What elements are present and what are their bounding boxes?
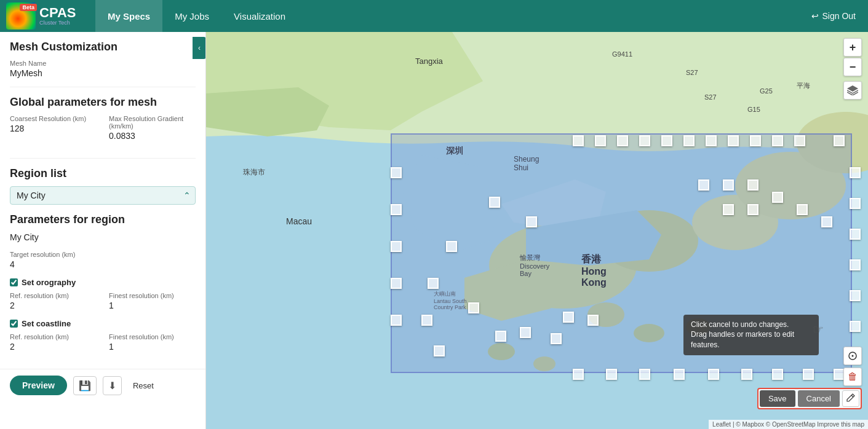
marker-right-4[interactable] <box>850 259 861 270</box>
marker-right-2[interactable] <box>850 198 861 209</box>
save-icon-button[interactable]: 💾 <box>73 376 97 395</box>
orography-checkbox[interactable] <box>10 278 18 286</box>
cancel-button[interactable]: Cancel <box>798 390 840 407</box>
marker-bottom-1[interactable] <box>573 369 584 380</box>
marker-9[interactable] <box>750 135 761 146</box>
marker-mid-12[interactable] <box>587 315 599 326</box>
marker-7[interactable] <box>706 135 717 146</box>
zoom-in-button[interactable]: + <box>843 38 862 57</box>
coast-ref-res-label: Ref. resolution (km) <box>10 333 97 340</box>
signout-button[interactable]: ↩ Sign Out <box>799 11 868 21</box>
max-res-grad-col: Max Resolution Gradient (km/km) 0.0833 <box>109 115 196 149</box>
marker-left-5[interactable] <box>391 315 402 326</box>
download-button[interactable]: ⬇ <box>103 376 122 395</box>
marker-left-4[interactable] <box>391 278 402 289</box>
map-container[interactable]: Tangxia 深圳 SheungShui Macau 珠海市 愉景灣Disco… <box>206 32 868 429</box>
region-select-wrapper: My City ⌃ <box>10 186 196 205</box>
map-controls: + − <box>843 38 862 100</box>
marker-right-3[interactable] <box>850 229 861 240</box>
layers-button[interactable] <box>843 81 862 100</box>
params-region-section: Parameters for region My City Target res… <box>10 213 196 360</box>
marker-ne-2[interactable] <box>723 179 734 191</box>
marker-right-1[interactable] <box>850 167 861 178</box>
marker-mid-4[interactable] <box>428 278 439 289</box>
marker-12[interactable] <box>834 135 845 146</box>
logo-image: Beta <box>6 2 36 30</box>
marker-right-6[interactable] <box>850 321 861 332</box>
orography-label: Set orography <box>22 278 76 287</box>
marker-bottom-4[interactable] <box>674 369 685 380</box>
global-params-title: Global parameters for mesh <box>10 96 196 109</box>
marker-bottom-7[interactable] <box>772 369 783 380</box>
marker-ne-6[interactable] <box>821 216 832 227</box>
marker-ne-8[interactable] <box>747 204 759 215</box>
mesh-customization-section: Mesh Customization Mesh Name MyMesh <box>10 41 196 78</box>
nav-visualization[interactable]: Visualization <box>221 0 298 32</box>
marker-mid-11[interactable] <box>563 312 574 323</box>
marker-6[interactable] <box>683 135 695 146</box>
marker-mid-3[interactable] <box>446 241 457 252</box>
map-attribution: Leaflet | © Mapbox © OpenStreetMap Impro… <box>709 420 868 429</box>
marker-bottom-3[interactable] <box>639 369 650 380</box>
marker-mid-2[interactable] <box>526 216 537 227</box>
cursor-icon: ☞ <box>813 322 824 337</box>
header: Beta CPAS Cluster Tech My Specs My Jobs … <box>0 0 868 32</box>
coast-ref-res-col: Ref. resolution (km) 2 <box>10 333 97 360</box>
marker-bottom-2[interactable] <box>606 369 617 380</box>
marker-right-5[interactable] <box>850 290 861 301</box>
coastline-checkbox[interactable] <box>10 320 18 328</box>
marker-left-1[interactable] <box>391 167 402 178</box>
reset-button[interactable]: Reset <box>128 378 159 393</box>
marker-mid-6[interactable] <box>434 345 445 356</box>
marker-ne-5[interactable] <box>797 204 808 215</box>
marker-mid-8[interactable] <box>495 331 506 342</box>
marker-bottom-6[interactable] <box>741 369 752 380</box>
sidebar-content: Mesh Customization Mesh Name MyMesh Glob… <box>0 32 205 369</box>
beta-badge: Beta <box>20 4 37 11</box>
target-res-value: 4 <box>10 259 196 269</box>
marker-3[interactable] <box>617 135 628 146</box>
marker-mid-9[interactable] <box>520 327 531 338</box>
marker-mid-7[interactable] <box>468 302 479 313</box>
marker-bottom-8[interactable] <box>803 369 814 380</box>
coarsest-res-label: Coarsest Resolution (km) <box>10 115 97 122</box>
marker-left-3[interactable] <box>391 241 402 252</box>
app-subtitle: Cluster Tech <box>39 20 76 26</box>
sidebar-toggle[interactable]: ‹ <box>193 37 206 59</box>
region-list-title: Region list <box>10 167 196 180</box>
coastline-label: Set coastline <box>22 319 71 328</box>
marker-10[interactable] <box>772 135 783 146</box>
marker-4[interactable] <box>639 135 650 146</box>
main-nav: My Specs My Jobs Visualization <box>95 0 799 32</box>
marker-ne-1[interactable] <box>698 179 709 191</box>
delete-button[interactable]: 🗑 <box>843 368 862 386</box>
attribution-text: Leaflet | © Mapbox © OpenStreetMap Impro… <box>712 421 864 428</box>
marker-ne-4[interactable] <box>772 192 783 203</box>
marker-mid-1[interactable] <box>489 197 500 208</box>
orog-ref-res-col: Ref. resolution (km) 2 <box>10 292 97 319</box>
region-select[interactable]: My City <box>10 186 196 205</box>
marker-1[interactable] <box>573 135 584 146</box>
marker-ne-7[interactable] <box>723 204 734 215</box>
nav-my-specs[interactable]: My Specs <box>95 0 162 32</box>
edit-icon <box>846 393 855 402</box>
draw-circle-button[interactable] <box>843 347 862 365</box>
zoom-out-button[interactable]: − <box>843 58 862 76</box>
save-cancel-bar: Save Cancel <box>757 388 862 409</box>
marker-5[interactable] <box>661 135 672 146</box>
marker-left-2[interactable] <box>391 204 402 215</box>
marker-11[interactable] <box>794 135 805 146</box>
marker-mid-10[interactable] <box>551 333 562 344</box>
save-button[interactable]: Save <box>760 390 795 407</box>
orog-finest-res-col: Finest resolution (km) 1 <box>109 292 196 319</box>
coast-finest-res-value: 1 <box>109 342 196 352</box>
preview-button[interactable]: Preview <box>10 376 67 395</box>
marker-mid-5[interactable] <box>421 315 432 326</box>
edit-icon-button[interactable] <box>842 390 859 407</box>
marker-8[interactable] <box>728 135 739 146</box>
marker-2[interactable] <box>595 135 606 146</box>
global-params-section: Global parameters for mesh Coarsest Reso… <box>10 96 196 149</box>
marker-bottom-5[interactable] <box>708 369 719 380</box>
marker-ne-3[interactable] <box>747 179 759 191</box>
nav-my-jobs[interactable]: My Jobs <box>162 0 221 32</box>
